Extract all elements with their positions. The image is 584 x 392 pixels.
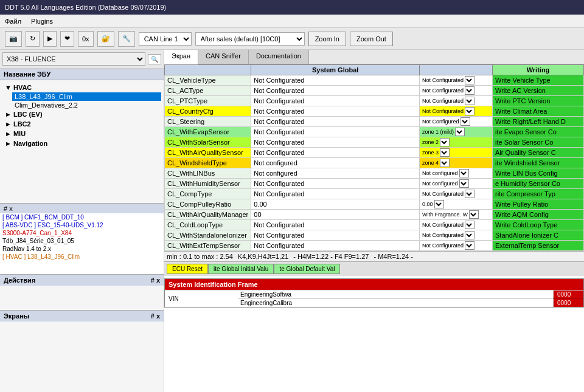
toolbar-btn-2[interactable]: ↻ (26, 31, 40, 47)
menu-plugins[interactable]: Plugins (31, 18, 53, 25)
writing-cell[interactable]: Write ColdLoop Type (493, 220, 584, 230)
table-row: CL_WithHumiditySensorNot ConfiguratedNot… (165, 179, 584, 189)
bottom-info-text1: min : 0.1 to max : 2.54 (167, 253, 233, 260)
notconf-cell[interactable]: Not Configurated▼ (420, 189, 493, 199)
init-val-button[interactable]: ite Global Initial Valu (208, 264, 274, 274)
toolbar-btn-3[interactable]: ▶ (43, 31, 57, 47)
notconf-cell[interactable]: Not Configurated▼ (420, 241, 493, 251)
writing-cell[interactable]: Write Pulley Ratio (493, 199, 584, 210)
table-row: CL_CompPulleyRatio0.000.00▼Write Pulley … (165, 199, 584, 210)
sysglobal-cell: Not Configurated (251, 241, 420, 251)
notconf-cell[interactable]: zone 3▼ (420, 148, 493, 158)
writing-cell[interactable]: ExternalTemp Sensor (493, 241, 584, 251)
row-dropdown[interactable]: ▼ (465, 231, 474, 239)
actions-panel: Действия # x (0, 274, 164, 310)
log-item-0[interactable]: [ BCM ] CMF1_BCM_DDT_10 (0, 213, 164, 221)
after-sales-select[interactable]: After sales (default) [10C0] (195, 32, 305, 46)
writing-cell[interactable]: rite Compressor Typ (493, 189, 584, 199)
col-header-param (165, 65, 251, 75)
row-dropdown[interactable]: ▼ (440, 159, 450, 167)
row-dropdown[interactable]: ▼ (465, 97, 474, 105)
writing-cell[interactable]: Write Climat Area (493, 106, 584, 117)
row-dropdown[interactable]: ▼ (459, 169, 469, 177)
row-dropdown[interactable]: ▼ (465, 190, 474, 198)
sif-value1: 0000 (553, 291, 583, 298)
writing-cell[interactable]: e Humidity Sensor Co (493, 179, 584, 189)
row-dropdown[interactable]: ▼ (461, 117, 470, 126)
row-dropdown[interactable]: ▼ (465, 107, 474, 115)
writing-cell[interactable]: ite Windshield Sensor (493, 158, 584, 168)
row-dropdown[interactable]: ▼ (465, 241, 474, 250)
notconf-cell[interactable]: zone 4▼ (420, 158, 493, 168)
tree-category-nav[interactable]: ► Navigation (2, 139, 161, 148)
row-dropdown[interactable]: ▼ (434, 200, 444, 208)
toolbar-btn-hex[interactable]: 0x (78, 31, 94, 47)
tab-documentation[interactable]: Documentation (249, 50, 309, 64)
tab-can-sniffer[interactable]: CAN Sniffer (198, 50, 249, 64)
toolbar-btn-4[interactable]: ❤ (60, 31, 74, 47)
row-dropdown[interactable]: ▼ (455, 128, 465, 136)
writing-cell[interactable]: Write AQM Config (493, 210, 584, 220)
screens-content (0, 322, 164, 346)
sif-eng-calib-label: EngineeringCalibra (238, 299, 553, 307)
ecu-name-header: Название ЭБУ (0, 69, 164, 80)
zoom-in-button[interactable]: Zoom In (308, 32, 346, 46)
tab-screen[interactable]: Экран (164, 50, 198, 64)
default-val-button[interactable]: te Global Default Val (274, 264, 340, 274)
ecu-search-button[interactable]: 🔍 (148, 54, 161, 64)
content-area: System Global Writing CL_VehicleTypeNot … (164, 64, 584, 392)
notconf-cell[interactable]: 0.00▼ (420, 199, 493, 210)
notconf-cell[interactable]: Not configured▼ (420, 179, 493, 189)
notconf-cell[interactable]: Not Configured▼ (420, 117, 493, 127)
writing-cell[interactable]: Write AC Version (493, 86, 584, 96)
notconf-cell[interactable]: Not Configurated▼ (420, 220, 493, 230)
row-dropdown[interactable]: ▼ (469, 210, 479, 219)
writing-cell[interactable]: Write PTC Version (493, 96, 584, 106)
writing-cell[interactable]: ite Solar Sensor Co (493, 137, 584, 148)
log-item-2[interactable]: S3000-A774_Can_1_X84 (0, 229, 164, 237)
notconf-cell[interactable]: Not Configurated▼ (420, 86, 493, 96)
notconf-cell[interactable]: zone 1 (mild)▼ (420, 127, 493, 137)
toolbar-btn-1[interactable]: 📷 (5, 31, 22, 47)
table-row: CL_SteeringNot ConfiguratedNot Configure… (165, 117, 584, 127)
writing-cell[interactable]: ite Evapo Sensor Co (493, 127, 584, 137)
row-dropdown[interactable]: ▼ (465, 86, 474, 95)
notconf-cell[interactable]: zone 2▼ (420, 137, 493, 148)
tree-category-lbc2[interactable]: ► LBC2 (2, 119, 161, 129)
notconf-cell[interactable]: Not configured▼ (420, 168, 493, 179)
row-dropdown[interactable]: ▼ (465, 221, 474, 229)
log-item-5[interactable]: [ HVAC ] L38_L43_J96_Clim (0, 253, 164, 261)
notconf-cell[interactable]: Not Configurated▼ (420, 96, 493, 106)
row-dropdown[interactable]: ▼ (465, 76, 474, 84)
menu-file[interactable]: Файл (5, 18, 21, 25)
ecu-dropdown[interactable]: X38 - FLUENCE (2, 52, 145, 66)
log-item-4[interactable]: RadNav 1.4 to 2.x (0, 245, 164, 253)
table-row: CL_CountryCfgNot ConfiguratedNot Configu… (165, 106, 584, 117)
tree-item-clim-deriv[interactable]: Clim_Derivatives_2.2 (12, 101, 161, 109)
zoom-out-button[interactable]: Zoom Out (350, 32, 393, 46)
tree-category-lbc-ev[interactable]: ► LBC (EV) (2, 109, 161, 119)
log-item-3[interactable]: Tdb_J84_Série_03_01_05 (0, 237, 164, 245)
tree-item-clim[interactable]: L38_L43_J96_Clim (12, 92, 161, 101)
writing-cell[interactable]: Air Quality Sensor C (493, 148, 584, 158)
row-dropdown[interactable]: ▼ (440, 138, 450, 146)
toolbar-btn-5[interactable]: 🔐 (97, 31, 114, 47)
log-item-1[interactable]: [ ABS-VDC ] ESC_15-40-UDS_V1.12 (0, 221, 164, 229)
toolbar-btn-6[interactable]: 🔧 (118, 31, 135, 47)
tree-category-hvac[interactable]: ▼ HVAC (2, 83, 161, 92)
ecu-reset-button[interactable]: ECU Reset (167, 264, 208, 274)
writing-cell[interactable]: Write LIN Bus Config (493, 168, 584, 179)
notconf-cell[interactable]: Not Configurated▼ (420, 230, 493, 241)
tree-category-miu[interactable]: ► MIU (2, 129, 161, 139)
writing-cell[interactable]: StandAlone Ionizer C (493, 230, 584, 241)
notconf-cell[interactable]: Not Configurated▼ (420, 106, 493, 117)
row-dropdown[interactable]: ▼ (459, 179, 469, 188)
can-line-select[interactable]: CAN Line 1 (139, 32, 192, 46)
writing-cell[interactable]: Write Vehicle Type (493, 75, 584, 86)
param-cell: CL_ACType (165, 86, 251, 96)
writing-cell[interactable]: Write Right/Left Hand D (493, 117, 584, 127)
row-dropdown[interactable]: ▼ (440, 148, 450, 157)
notconf-cell[interactable]: Not Configurated▼ (420, 75, 493, 86)
col-header-empty (420, 65, 493, 75)
notconf-cell[interactable]: With Fragrance. W▼ (420, 210, 493, 220)
